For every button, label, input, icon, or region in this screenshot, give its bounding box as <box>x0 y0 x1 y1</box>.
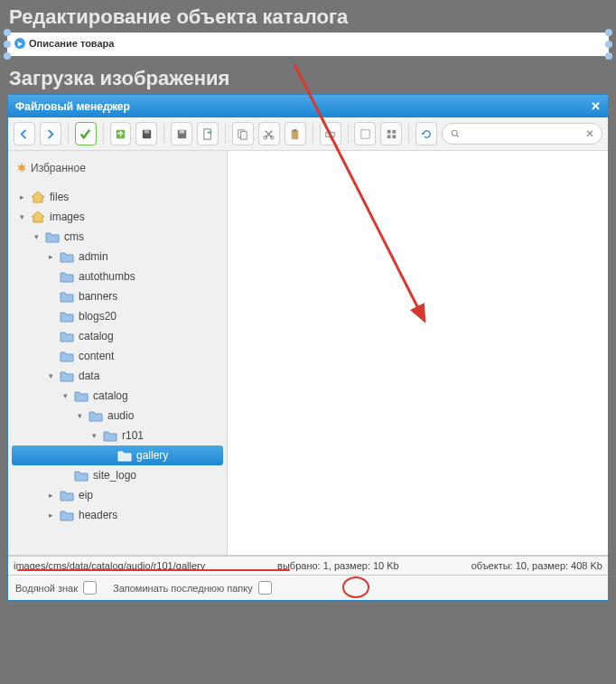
heading-upload-image: Загрузка изображения <box>0 56 616 94</box>
chevron-down-icon: ▾ <box>32 232 41 241</box>
search-field[interactable]: ✕ <box>442 123 602 145</box>
tree-item-audio[interactable]: ▾ audio <box>12 406 223 426</box>
folder-icon <box>60 291 74 303</box>
folder-icon <box>74 470 89 482</box>
remember-folder-checkbox[interactable] <box>258 581 272 595</box>
svg-rect-16 <box>392 129 396 133</box>
toolbar-separator <box>68 124 69 144</box>
file-manager-title: Файловый менеджер <box>15 100 130 113</box>
options-bar: Водяной знак Запоминать последнюю папку <box>8 575 608 600</box>
annotation-circle <box>342 576 369 598</box>
save-button[interactable] <box>135 122 157 145</box>
folder-icon <box>45 231 60 243</box>
rename-button[interactable] <box>320 122 341 145</box>
cut-button[interactable] <box>258 122 280 145</box>
resize-handle[interactable] <box>4 41 11 48</box>
properties-button[interactable] <box>197 122 219 145</box>
tree-label: data <box>79 370 99 382</box>
chevron-down-icon: ▾ <box>17 212 26 221</box>
toolbar-separator <box>225 124 226 144</box>
file-manager-window: Файловый менеджер ✕ ✕ <box>7 94 609 601</box>
chevron-down-icon: ▾ <box>89 431 98 440</box>
folder-icon <box>60 311 74 323</box>
svg-rect-5 <box>203 128 210 138</box>
tree-item-site-logo[interactable]: site_logo <box>12 465 223 485</box>
svg-rect-15 <box>387 129 391 133</box>
toolbar-separator <box>163 124 164 144</box>
folder-icon <box>60 331 74 342</box>
tree-item-blogs20[interactable]: blogs20 <box>12 306 223 326</box>
paste-button[interactable] <box>285 122 306 145</box>
tree-label: files <box>50 191 69 203</box>
resize-handle[interactable] <box>605 52 612 60</box>
tree-item-cms[interactable]: ▾ cms <box>12 227 223 247</box>
search-icon <box>450 128 461 139</box>
forward-button[interactable] <box>40 122 61 145</box>
svg-rect-4 <box>179 129 184 133</box>
tree-item-eip[interactable]: ▸ eip <box>12 485 223 505</box>
folder-icon <box>103 430 117 442</box>
description-label: Описание товара <box>29 38 114 49</box>
objects-info: объекты: 10, размер: 408 Kb <box>471 560 602 571</box>
tree-item-admin[interactable]: ▸ admin <box>12 247 223 267</box>
copy-button[interactable] <box>232 122 254 145</box>
refresh-button[interactable] <box>415 122 437 145</box>
resize-handle[interactable] <box>4 29 11 36</box>
resize-handle[interactable] <box>605 41 612 48</box>
tree-item-files[interactable]: ▸ files <box>12 187 223 207</box>
clear-search-icon[interactable]: ✕ <box>585 127 594 140</box>
svg-rect-8 <box>241 131 247 138</box>
svg-point-19 <box>452 130 457 136</box>
tree-label: eip <box>79 489 93 501</box>
tree-item-gallery[interactable]: gallery <box>12 445 223 465</box>
file-manager-toolbar: ✕ <box>8 117 608 151</box>
svg-rect-18 <box>392 135 396 138</box>
resize-handle[interactable] <box>605 29 612 36</box>
close-icon[interactable]: ✕ <box>591 99 601 113</box>
toolbar-separator <box>313 124 313 144</box>
confirm-button[interactable] <box>75 122 97 145</box>
grid-view-button[interactable] <box>380 122 402 145</box>
chevron-right-icon: ▸ <box>46 491 55 500</box>
tree-label: banners <box>79 290 117 303</box>
toolbar-separator <box>348 124 349 144</box>
search-input[interactable] <box>461 128 585 139</box>
tree-item-images[interactable]: ▾ images <box>12 207 223 227</box>
watermark-checkbox[interactable] <box>83 581 97 595</box>
tree-item-headers[interactable]: ▸ headers <box>12 505 223 525</box>
tree-item-content[interactable]: content <box>12 346 223 366</box>
file-manager-titlebar[interactable]: Файловый менеджер ✕ <box>8 95 608 117</box>
tree-item-r101[interactable]: ▾ r101 <box>12 426 223 445</box>
selection-info: выбрано: 1, размер: 10 Kb <box>277 560 399 571</box>
tree-label: content <box>79 350 114 362</box>
save-as-button[interactable] <box>171 122 192 145</box>
folder-icon <box>74 390 89 402</box>
tree-label: catalog <box>93 389 128 402</box>
select-all-button[interactable] <box>354 122 376 145</box>
favorites-label: Избранное <box>31 162 86 174</box>
tree-item-data-catalog[interactable]: ▾ catalog <box>12 386 223 406</box>
home-icon <box>31 191 45 203</box>
folder-icon <box>60 510 74 521</box>
tree-item-banners[interactable]: banners <box>12 286 223 306</box>
folder-tree[interactable]: ✱ Избранное ▸ files ▾ images ▾ cms ▸ <box>8 151 228 555</box>
tree-label: blogs20 <box>79 310 117 323</box>
tree-item-autothumbs[interactable]: autothumbs <box>12 267 223 286</box>
chevron-down-icon: ▾ <box>61 391 70 400</box>
folder-icon <box>60 370 74 382</box>
tree-label: site_logo <box>93 469 136 482</box>
upload-button[interactable] <box>110 122 132 145</box>
tree-label: headers <box>79 509 117 521</box>
toolbar-separator <box>103 124 104 144</box>
thumbnail-grid[interactable] <box>228 151 608 555</box>
disclosure-icon: ▸ <box>14 38 25 49</box>
svg-rect-14 <box>361 129 369 137</box>
resize-handle[interactable] <box>4 52 11 60</box>
back-button[interactable] <box>14 122 35 145</box>
tree-item-catalog[interactable]: catalog <box>12 326 223 346</box>
tree-item-data[interactable]: ▾ data <box>12 366 223 386</box>
folder-icon <box>60 251 74 263</box>
favorites-row[interactable]: ✱ Избранное <box>12 158 223 178</box>
product-description-panel: ▸ Описание товара <box>7 33 609 56</box>
description-collapse-row[interactable]: ▸ Описание товара <box>14 38 602 49</box>
